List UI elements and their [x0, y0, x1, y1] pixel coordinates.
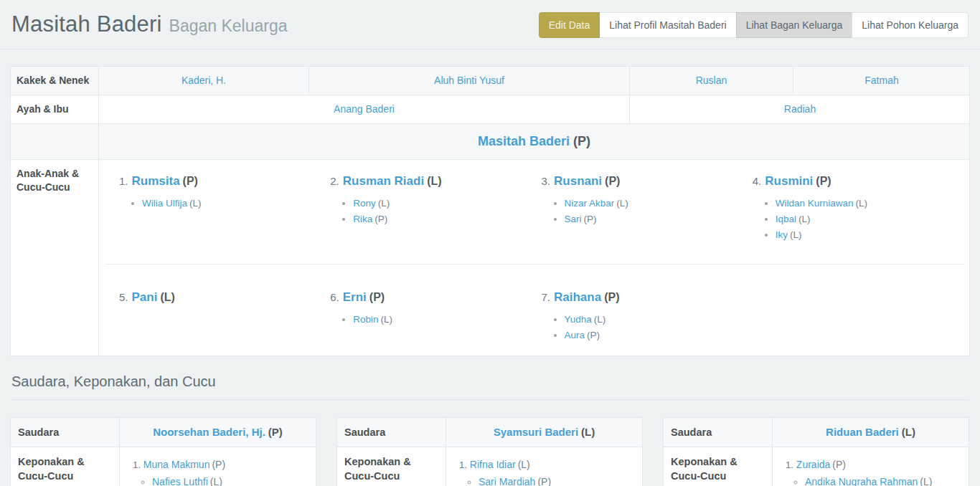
nephew-child-gender: (L) [210, 476, 222, 486]
grandchild-item: Robin(L) [353, 312, 541, 328]
sibling-card-nephews-row: Keponakan & Cucu-Cucu1.Muna Makmun(P)Naf… [11, 447, 316, 486]
self-name-link[interactable]: Masitah Baderi [478, 134, 570, 148]
sibling-card-nephews-row: Keponakan & Cucu-Cucu1.Zuraida(P)Andika … [664, 447, 969, 486]
nephew-number: 1. [133, 459, 141, 470]
grandchild-item: Wildan Kurniawan(L) [776, 196, 963, 211]
grandchild-link[interactable]: Rika [353, 214, 372, 224]
grandchild-link[interactable]: Iky [776, 229, 788, 240]
child-number: 5. [119, 291, 128, 303]
grandchild-link[interactable]: Iqbal [776, 214, 796, 224]
grandchild-link[interactable]: Aura [565, 330, 585, 340]
parent-link-0[interactable]: Anang Baderi [334, 103, 395, 115]
grandparent-cell-3: Fatmah [793, 67, 970, 95]
child-name-link[interactable]: Rusmini [765, 174, 813, 188]
child-name-link[interactable]: Rusnani [554, 174, 602, 188]
child-name-link[interactable]: Raihana [554, 290, 601, 304]
self-cell: Masitah Baderi(P) [99, 124, 969, 159]
parents-row-label: Ayah & Ibu [11, 95, 99, 123]
sibling-gender: (L) [902, 426, 915, 438]
grandchild-link[interactable]: Sari [565, 214, 582, 224]
nephew-child-link[interactable]: Sari Mardiah [479, 476, 535, 486]
header-button-group: Edit DataLihat Profil Masitah BaderiLiha… [539, 12, 969, 38]
grandchildren-list: Nizar Akbar(L)Sari(P) [542, 196, 753, 227]
grandparent-cell-1: Aluh Binti Yusuf [309, 67, 630, 95]
grandchild-link[interactable]: Robin [353, 314, 378, 325]
child-name-link[interactable]: Rumsita [132, 174, 180, 188]
grandchild-item: Iqbal(L) [776, 211, 963, 227]
nephew-child-link[interactable]: Andika Nugraha Rahman [805, 476, 918, 486]
grandchild-gender: (P) [587, 330, 600, 340]
page: Masitah Baderi Bagan Keluarga Edit DataL… [0, 0, 980, 486]
sibling-name-link[interactable]: Syamsuri Baderi [494, 426, 578, 438]
sibling-label: Saudara [337, 418, 446, 447]
child-name-link[interactable]: Pani [132, 290, 158, 304]
sibling-name-link[interactable]: Noorsehan Baderi, Hj. [153, 426, 265, 438]
grandchild-link[interactable]: Nizar Akbar [565, 198, 615, 209]
sibling-gender: (P) [268, 426, 283, 438]
header-button-lihat-pohon-keluarga[interactable]: Lihat Pohon Keluarga [852, 12, 969, 38]
child-name-link[interactable]: Rusman Riadi [343, 174, 424, 188]
nephew-item: 1.Muna Makmun(P) [133, 457, 310, 473]
nephews-label: Keponakan & Cucu-Cucu [664, 447, 773, 486]
nephew-link[interactable]: Rifna Idiar [470, 459, 516, 470]
grandparent-link-2[interactable]: Ruslan [696, 75, 727, 86]
sibling-name-cell: Noorsehan Baderi, Hj.(P) [120, 418, 316, 447]
sibling-card-0: SaudaraNoorsehan Baderi, Hj.(P)Keponakan… [10, 417, 316, 486]
child-number: 7. [542, 291, 551, 303]
child-item: 2.Rusman Riadi(L)Rony(L)Rika(P) [330, 173, 541, 264]
grandchild-gender: (L) [616, 198, 628, 209]
self-row-label [11, 124, 99, 159]
child-name-link[interactable]: Erni [343, 290, 367, 304]
sibling-name-link[interactable]: Riduan Baderi [826, 426, 899, 438]
grandchildren-list: Wildan Kurniawan(L)Iqbal(L)Iky(L) [753, 196, 963, 243]
nephews-list: 1.Rifna Idiar(L)Sari Mardiah(P) [446, 447, 642, 486]
nephew-item: 1.Rifna Idiar(L) [459, 457, 636, 473]
grandchild-item: Yudha(L) [565, 312, 753, 328]
sibling-card-nephews-row: Keponakan & Cucu-Cucu1.Rifna Idiar(L)Sar… [337, 447, 642, 486]
nephew-child-link[interactable]: Nafies Luthfi [152, 476, 208, 486]
grandchild-link[interactable]: Rony [353, 198, 376, 209]
nephew-child-item: Nafies Luthfi(L) [152, 474, 310, 486]
children-cell: 1.Rumsita(P)Wilia Ulfija(L)2.Rusman Riad… [99, 160, 969, 356]
nephew-item: 1.Zuraida(P) [786, 457, 963, 473]
child-gender: (P) [604, 291, 619, 303]
grandchild-link[interactable]: Wilia Ulfija [142, 198, 187, 209]
children-row-label: Anak-Anak & Cucu-Cucu [11, 160, 99, 356]
header-button-edit-data[interactable]: Edit Data [539, 12, 600, 38]
child-gender: (L) [160, 291, 174, 303]
child-item: 4.Rusmini(P)Wildan Kurniawan(L)Iqbal(L)I… [753, 173, 963, 264]
child-heading: 5.Pani(L) [119, 289, 330, 306]
nephew-link[interactable]: Zuraida [796, 459, 830, 470]
header-button-lihat-profil-masitah-baderi[interactable]: Lihat Profil Masitah Baderi [599, 12, 736, 38]
grandchild-link[interactable]: Yudha [565, 314, 592, 325]
grandparent-link-0[interactable]: Kaderi, H. [182, 75, 226, 86]
grandchild-item: Rony(L) [353, 196, 541, 211]
grandchild-link[interactable]: Wildan Kurniawan [776, 198, 854, 209]
grandchild-gender: (L) [189, 198, 202, 209]
child-number: 3. [542, 175, 551, 187]
sibling-name-cell: Riduan Baderi(L) [773, 418, 969, 447]
nephew-gender: (L) [518, 459, 530, 470]
grandparent-link-3[interactable]: Fatmah [864, 75, 898, 86]
nephew-child-item: Sari Mardiah(P) [479, 474, 636, 486]
children-row: Anak-Anak & Cucu-Cucu 1.Rumsita(P)Wilia … [11, 160, 969, 356]
children-grid-row-1: 1.Rumsita(P)Wilia Ulfija(L)2.Rusman Riad… [105, 160, 963, 265]
grandparent-link-1[interactable]: Aluh Binti Yusuf [434, 75, 504, 86]
nephew-children-list: Nafies Luthfi(L) [133, 474, 310, 486]
parent-cell-0: Anang Baderi [99, 95, 630, 123]
header-button-lihat-bagan-keluarga[interactable]: Lihat Bagan Keluarga [736, 12, 853, 38]
grandchildren-list: Wilia Ulfija(L) [119, 196, 330, 211]
nephew-link[interactable]: Muna Makmun [143, 459, 210, 470]
grandparent-cell-0: Kaderi, H. [99, 67, 309, 95]
siblings-section-heading: Saudara, Keponakan, dan Cucu [11, 356, 969, 400]
nephews-label: Keponakan & Cucu-Cucu [337, 447, 446, 486]
parent-link-1[interactable]: Radiah [784, 103, 816, 115]
nephew-gender: (P) [212, 459, 225, 470]
child-gender: (P) [183, 175, 198, 187]
grandchildren-list: Robin(L) [330, 312, 541, 328]
grandchild-gender: (P) [584, 214, 597, 224]
child-gender: (P) [816, 175, 831, 187]
children-grid-row-2: 5.Pani(L)6.Erni(P)Robin(L)7.Raihana(P)Yu… [105, 265, 963, 356]
grandchild-gender: (L) [381, 314, 393, 325]
sibling-cards: SaudaraNoorsehan Baderi, Hj.(P)Keponakan… [10, 417, 970, 486]
